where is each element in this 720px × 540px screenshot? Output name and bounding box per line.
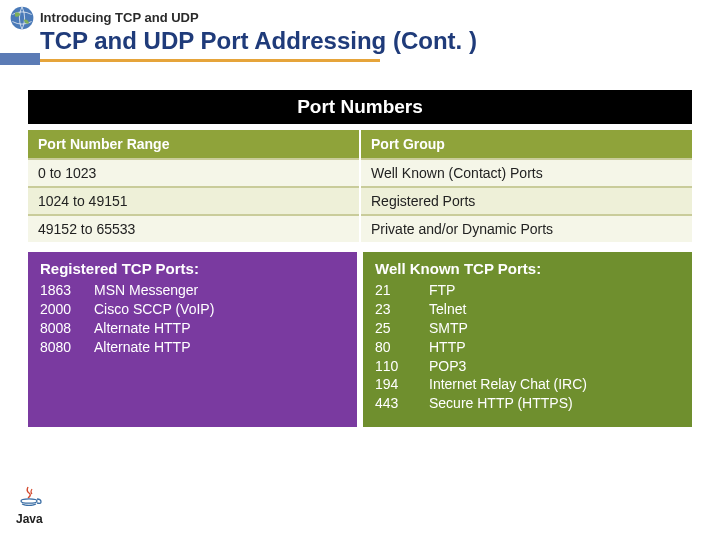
port-number: 21 <box>375 281 429 300</box>
table-row: 49152 to 65533 Private and/or Dynamic Po… <box>28 215 692 242</box>
globe-icon <box>8 4 36 32</box>
port-name: POP3 <box>429 357 680 376</box>
port-number: 25 <box>375 319 429 338</box>
breadcrumb-heading: Introducing TCP and UDP <box>40 10 720 25</box>
java-cup-icon <box>16 486 44 506</box>
cell-range: 0 to 1023 <box>28 159 360 187</box>
list-item: 8080Alternate HTTP <box>40 338 345 357</box>
cell-group: Well Known (Contact) Ports <box>360 159 692 187</box>
cell-range: 1024 to 49151 <box>28 187 360 215</box>
registered-ports-panel: Registered TCP Ports: 1863MSN Messenger … <box>28 252 357 427</box>
svg-point-0 <box>11 7 34 30</box>
table-header-range: Port Number Range <box>28 130 360 159</box>
list-item: 194Internet Relay Chat (IRC) <box>375 375 680 394</box>
port-name: MSN Messenger <box>94 281 345 300</box>
port-name: FTP <box>429 281 680 300</box>
port-name: HTTP <box>429 338 680 357</box>
wellknown-ports-panel: Well Known TCP Ports: 21FTP 23Telnet 25S… <box>363 252 692 427</box>
list-item: 25SMTP <box>375 319 680 338</box>
cell-group: Private and/or Dynamic Ports <box>360 215 692 242</box>
table-row: 0 to 1023 Well Known (Contact) Ports <box>28 159 692 187</box>
port-number: 80 <box>375 338 429 357</box>
section-title: Port Numbers <box>28 90 692 124</box>
list-item: 443Secure HTTP (HTTPS) <box>375 394 680 413</box>
port-number: 8008 <box>40 319 94 338</box>
list-item: 21FTP <box>375 281 680 300</box>
cell-group: Registered Ports <box>360 187 692 215</box>
port-name: Secure HTTP (HTTPS) <box>429 394 680 413</box>
port-number: 110 <box>375 357 429 376</box>
port-number: 443 <box>375 394 429 413</box>
port-name: Cisco SCCP (VoIP) <box>94 300 345 319</box>
list-item: 110POP3 <box>375 357 680 376</box>
java-logo: Java <box>16 486 64 526</box>
list-item: 8008Alternate HTTP <box>40 319 345 338</box>
cell-range: 49152 to 65533 <box>28 215 360 242</box>
port-name: Telnet <box>429 300 680 319</box>
page-title: TCP and UDP Port Addressing (Cont. ) <box>40 27 720 55</box>
slide-header: Introducing TCP and UDP TCP and UDP Port… <box>0 0 720 62</box>
title-underline <box>0 59 380 62</box>
java-logo-text: Java <box>16 512 64 526</box>
list-item: 23Telnet <box>375 300 680 319</box>
panel-title: Registered TCP Ports: <box>40 260 345 277</box>
port-panels: Registered TCP Ports: 1863MSN Messenger … <box>28 252 692 427</box>
port-name: Alternate HTTP <box>94 338 345 357</box>
port-number: 2000 <box>40 300 94 319</box>
list-item: 1863MSN Messenger <box>40 281 345 300</box>
port-name: Internet Relay Chat (IRC) <box>429 375 680 394</box>
port-name: Alternate HTTP <box>94 319 345 338</box>
port-range-table: Port Number Range Port Group 0 to 1023 W… <box>28 130 692 242</box>
port-number: 1863 <box>40 281 94 300</box>
table-header-group: Port Group <box>360 130 692 159</box>
list-item: 2000Cisco SCCP (VoIP) <box>40 300 345 319</box>
port-number: 8080 <box>40 338 94 357</box>
port-name: SMTP <box>429 319 680 338</box>
svg-point-1 <box>21 499 37 503</box>
port-number: 23 <box>375 300 429 319</box>
panel-title: Well Known TCP Ports: <box>375 260 680 277</box>
list-item: 80HTTP <box>375 338 680 357</box>
port-number: 194 <box>375 375 429 394</box>
table-row: 1024 to 49151 Registered Ports <box>28 187 692 215</box>
